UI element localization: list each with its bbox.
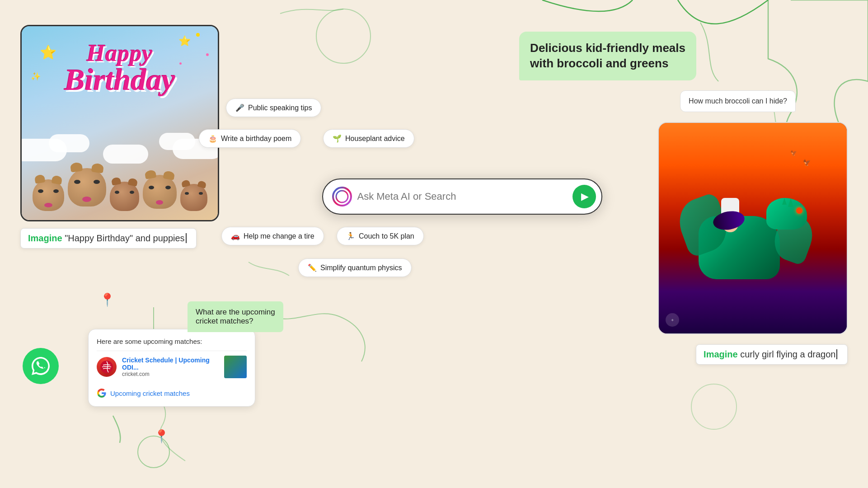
- chip-change-tire[interactable]: 🚗 Help me change a tire: [221, 227, 324, 245]
- imagine-keyword: Imagine: [28, 233, 62, 243]
- imagine-rest: "Happy Birthday" and puppies: [62, 233, 185, 243]
- chip-houseplant-icon: 🌱: [333, 134, 342, 143]
- meta-ai-icon: [332, 187, 352, 206]
- dragon-imagine-keyword: Imagine: [704, 349, 738, 359]
- chip-quantum[interactable]: ✏️ Simplify quantum physics: [298, 258, 412, 277]
- cricket-result-url: cricket.com: [122, 371, 219, 377]
- birthday-imagine-prompt[interactable]: Imagine "Happy Birthday" and puppies: [20, 228, 197, 249]
- green-bubble-meals: Delicious kid-friendly meals with brocco…: [519, 32, 696, 80]
- chip-public-speaking[interactable]: 🎤 Public speaking tips: [226, 99, 321, 117]
- svg-point-1: [691, 384, 737, 429]
- location-pin-icon: 📍: [99, 292, 115, 307]
- svg-point-6: [336, 191, 348, 202]
- cricket-question-bubble: What are the upcoming cricket matches?: [188, 301, 283, 332]
- chip-birthday-poem-label: Write a birthday poem: [221, 135, 291, 143]
- search-bar-container: ▶: [322, 178, 602, 215]
- dragon-imagine-prompt[interactable]: Imagine curly girl flying a dragon: [696, 344, 848, 365]
- chip-houseplant-label: Houseplant advice: [345, 135, 405, 143]
- google-search-link[interactable]: Upcoming cricket matches: [97, 388, 247, 398]
- google-icon: [97, 388, 107, 398]
- whatsapp-icon[interactable]: [23, 348, 59, 384]
- google-link-text: Upcoming cricket matches: [110, 389, 190, 397]
- cricket-question-text: What are the upcoming cricket matches?: [196, 308, 275, 325]
- chip-public-speaking-label: Public speaking tips: [248, 104, 312, 112]
- dragon-imagine-rest: curly girl flying a dragon: [738, 349, 836, 359]
- cricket-logo: [97, 357, 117, 377]
- cricket-result-title: Cricket Schedule | Upcoming ODI...: [122, 357, 219, 371]
- chip-birthday-poem[interactable]: 🎂 Write a birthday poem: [199, 129, 301, 148]
- chip-couch-5k-label: Couch to 5K plan: [359, 232, 414, 240]
- chip-birthday-poem-icon: 🎂: [208, 134, 217, 143]
- chip-couch-5k[interactable]: 🏃 Couch to 5K plan: [337, 227, 424, 245]
- search-bar[interactable]: ▶: [322, 178, 602, 215]
- birthday-text: Birthday: [64, 62, 175, 98]
- cricket-result-item[interactable]: Cricket Schedule | Upcoming ODI... crick…: [97, 351, 247, 383]
- broccoli-question-bubble: How much broccoli can I hide?: [680, 90, 796, 112]
- search-submit-button[interactable]: ▶: [572, 185, 596, 208]
- location-pin-icon-2: 📍: [154, 429, 169, 444]
- svg-point-0: [316, 9, 371, 63]
- chip-change-tire-icon: 🚗: [231, 232, 240, 240]
- chip-quantum-label: Simplify quantum physics: [320, 264, 402, 272]
- send-icon: ▶: [581, 191, 589, 202]
- cricket-result-intro: Here are some upcoming matches:: [97, 338, 247, 345]
- birthday-card: ⭐ ⭐ ✨ Happy Birthday: [20, 25, 219, 221]
- chip-couch-5k-icon: 🏃: [346, 232, 355, 240]
- chip-change-tire-label: Help me change a tire: [244, 232, 314, 240]
- search-input[interactable]: [357, 191, 567, 202]
- chip-public-speaking-icon: 🎤: [235, 103, 244, 112]
- chip-quantum-icon: ✏️: [308, 263, 317, 272]
- chip-houseplant[interactable]: 🌱 Houseplant advice: [323, 129, 414, 148]
- dragon-card: 🦅 🦅: [658, 122, 848, 334]
- cricket-results-card: Here are some upcoming matches: Cricket …: [88, 329, 255, 407]
